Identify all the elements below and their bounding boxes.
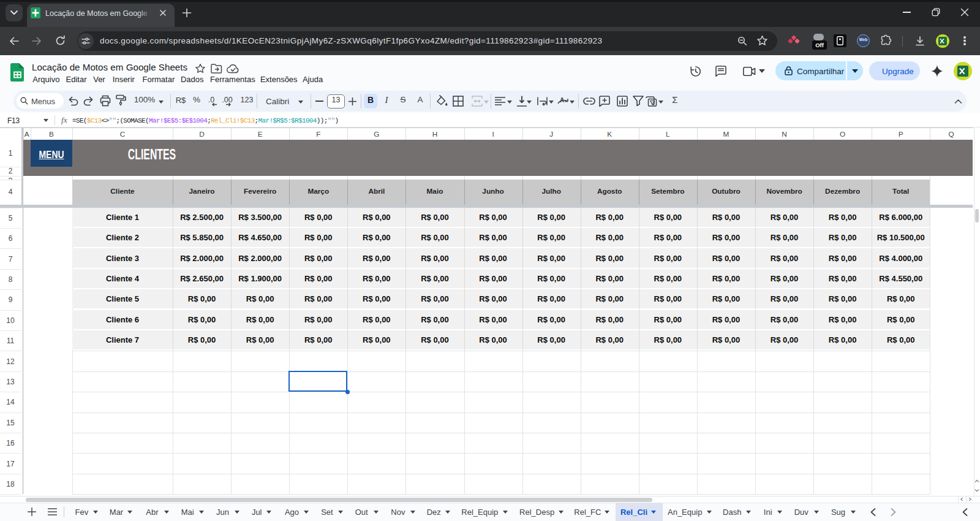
- svg-text:A: A: [560, 97, 564, 104]
